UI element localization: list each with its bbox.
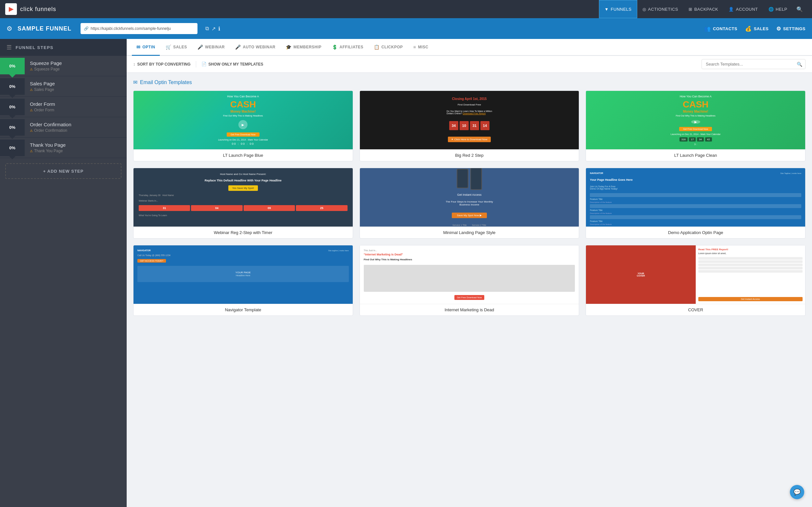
logo[interactable]: ▶ click funnels	[5, 3, 56, 15]
funnel-url-bar: 🔗 https://kajabi.clickfunnels.com/sample…	[81, 23, 198, 34]
sales-button[interactable]: 💰 SALES	[745, 25, 768, 32]
auto-webinar-tab-icon: 🎤	[235, 45, 241, 50]
template-demo[interactable]: NAVIGATOR Site Tagline | motto here Your…	[586, 168, 806, 238]
sidebar-title: FUNNEL STEPS	[15, 45, 54, 50]
misc-tab-icon: ≡	[413, 45, 416, 50]
badge-arrow-dark	[9, 95, 15, 98]
template-big-red[interactable]: Closing April 1st, 2015 First Download F…	[360, 91, 579, 161]
tabs-bar: ✉ OPTIN 🛒 SALES 🎤 WEBINAR 🎤 AUTO WEBINAR…	[127, 39, 812, 56]
backpack-icon: ⊞	[689, 7, 693, 12]
tab-webinar[interactable]: 🎤 WEBINAR	[193, 39, 229, 56]
chat-icon: 💬	[794, 489, 801, 496]
template-name-lt-blue: LT Launch Page Blue	[134, 149, 353, 161]
help-icon: 🌐	[768, 7, 774, 12]
tab-affiliates[interactable]: 💲 AFFILIATES	[327, 39, 368, 56]
tab-sales[interactable]: 🛒 SALES	[161, 39, 192, 56]
sort-icon: ↕	[133, 62, 136, 66]
order-confirm-info: Order Confirmation ⚠ Order Confirmation	[25, 117, 127, 137]
sidebar-item-sales[interactable]: 0% Sales Page ⚠ Sales Page	[0, 76, 127, 97]
section-title: ✉ Email Optin Templates	[133, 79, 806, 86]
tab-clickpop[interactable]: 📋 CLICKPOP	[369, 39, 408, 56]
funnel-header-actions: 👥 CONTACTS 💰 SALES ⚙ SETTINGS	[704, 25, 806, 32]
warning-icon-5: ⚠	[30, 149, 33, 153]
thank-you-title: Thank You Page	[30, 142, 121, 148]
order-form-title: Order Form	[30, 101, 121, 107]
gear-icon: ⚙	[776, 25, 781, 32]
nav-funnels[interactable]: ▼ FUNNELS	[599, 0, 637, 18]
show-only-button[interactable]: 📄 SHOW ONLY MY TEMPLATES	[201, 62, 263, 66]
info-icon[interactable]: ℹ	[218, 25, 220, 32]
template-thumb-navigator: NAVIGATOR Site tagline | motto here Call…	[134, 245, 353, 304]
sales-tab-icon: 🛒	[166, 45, 171, 50]
order-confirm-title: Order Confirmation	[30, 122, 121, 127]
search-input[interactable]	[702, 59, 806, 69]
template-search: 🔍	[702, 59, 806, 69]
template-thumb-lt-blue: How You Can Become A CASH Money Machine!…	[134, 91, 353, 149]
funnel-header: ⚙ SAMPLE FUNNEL 🔗 https://kajabi.clickfu…	[0, 18, 812, 39]
squeeze-title: Squeeze Page	[30, 60, 121, 66]
template-name-navigator: Navigator Template	[134, 304, 353, 316]
badge-arrow-dark-3	[9, 136, 15, 139]
template-lt-clean[interactable]: How You Can Become A CASH Money Machine!…	[586, 91, 806, 161]
tab-optin[interactable]: ✉ OPTIN	[132, 39, 160, 56]
template-name-demo: Demo Application Optin Page	[586, 227, 805, 238]
template-thumb-demo: NAVIGATOR Site Tagline | motto here Your…	[586, 168, 805, 227]
template-minimal[interactable]: Get Instant Access The Four Steps to Inc…	[360, 168, 579, 238]
template-name-minimal: Minimal Landing Page Style	[360, 227, 579, 238]
logo-icon: ▶	[5, 3, 17, 15]
account-icon: 👤	[728, 7, 734, 12]
template-name-big-red: Big Red 2 Step	[360, 149, 579, 161]
thank-you-badge: 0%	[0, 139, 25, 156]
nav-help[interactable]: 🌐 HELP	[763, 0, 793, 18]
warning-icon-2: ⚠	[30, 88, 33, 92]
tab-membership[interactable]: 🎓 MEMBERSHIP	[281, 39, 326, 56]
sidebar-item-squeeze[interactable]: 0% Squeeze Page ⚠ Squeeze Page	[0, 56, 127, 76]
contacts-button[interactable]: 👥 CONTACTS	[704, 25, 737, 32]
filter-divider	[196, 61, 196, 67]
template-navigator[interactable]: NAVIGATOR Site tagline | motto here Call…	[133, 245, 353, 316]
badge-arrow	[9, 74, 15, 77]
clickpop-tab-icon: 📋	[374, 45, 380, 50]
template-thumb-big-red: Closing April 1st, 2015 First Download F…	[360, 91, 579, 149]
chat-bubble-button[interactable]: 💬	[790, 485, 804, 499]
template-internet[interactable]: This Just In... "Internet Marketing is D…	[360, 245, 579, 316]
affiliates-tab-icon: 💲	[332, 45, 338, 50]
sidebar-item-thank-you[interactable]: 0% Thank You Page ⚠ Thank You Page	[0, 137, 127, 158]
tab-auto-webinar[interactable]: 🎤 AUTO WEBINAR	[231, 39, 280, 56]
nav-backpack[interactable]: ⊞ BACKPACK	[683, 0, 723, 18]
sidebar-item-order-form[interactable]: 0% Order Form ⚠ Order Form	[0, 97, 127, 117]
order-form-sub: ⚠ Order Form	[30, 108, 121, 112]
search-button[interactable]: 🔍	[793, 0, 807, 18]
order-confirm-sub: ⚠ Order Confirmation	[30, 128, 121, 133]
file-icon: 📄	[201, 62, 207, 66]
sales-badge: 0%	[0, 78, 25, 95]
template-cover[interactable]: YOURCOVER Read This FREE Report! Lorem i…	[586, 245, 806, 316]
actionetics-icon: ◎	[643, 7, 646, 12]
add-step-button[interactable]: + ADD NEW STEP	[5, 163, 121, 179]
sort-by-button[interactable]: ↕ SORT BY TOP CONVERTING	[133, 62, 191, 66]
email-section-icon: ✉	[133, 79, 137, 86]
order-form-badge: 0%	[0, 99, 25, 115]
sales-info: Sales Page ⚠ Sales Page	[25, 76, 127, 96]
funnel-settings-button[interactable]: ⚙ SETTINGS	[776, 25, 806, 32]
copy-icon[interactable]: ⧉	[205, 25, 209, 32]
template-thumb-webinar: Host Name and Co Host Name Present: Repl…	[134, 168, 353, 227]
settings-gear-icon[interactable]: ⚙	[6, 25, 12, 33]
tab-misc[interactable]: ≡ MISC	[409, 39, 433, 56]
contacts-icon: 👥	[704, 25, 711, 32]
membership-tab-icon: 🎓	[286, 45, 292, 50]
order-confirm-badge: 0%	[0, 119, 25, 136]
logo-text: click funnels	[20, 6, 56, 13]
template-lt-launch-blue[interactable]: How You Can Become A CASH Money Machine!…	[133, 91, 353, 161]
nav-account[interactable]: 👤 ACCOUNT	[723, 0, 763, 18]
sales-title: Sales Page	[30, 81, 121, 86]
badge-arrow-dark-2	[9, 115, 15, 118]
external-link-icon[interactable]: ↗	[211, 25, 216, 32]
sidebar-item-order-confirmation[interactable]: 0% Order Confirmation ⚠ Order Confirmati…	[0, 117, 127, 137]
warning-icon: ⚠	[30, 67, 33, 71]
nav-actionetics[interactable]: ◎ ACTIONETICS	[637, 0, 683, 18]
templates-grid: How You Can Become A CASH Money Machine!…	[133, 91, 806, 316]
hamburger-icon: ☰	[6, 44, 12, 51]
template-webinar-reg[interactable]: Host Name and Co Host Name Present: Repl…	[133, 168, 353, 238]
thank-you-info: Thank You Page ⚠ Thank You Page	[25, 137, 127, 158]
